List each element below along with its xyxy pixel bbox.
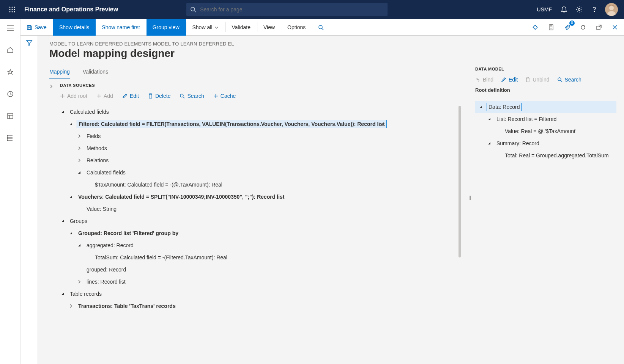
user-avatar[interactable] [605,3,618,16]
dm-node[interactable]: Value: Real = @.'$TaxAmount' [475,125,616,137]
column-splitter[interactable]: ‖ [468,36,472,364]
delete-button[interactable]: Delete [148,93,170,99]
dm-node[interactable]: Total: Real = Grouped.aggregated.TotalSu… [475,149,616,162]
nav-toggle-icon[interactable] [1,21,19,35]
nav-modules-icon[interactable] [1,131,19,145]
personalize-icon[interactable] [529,21,541,33]
search-icon [180,93,185,99]
nav-favorites-icon[interactable] [1,65,19,79]
svg-point-29 [7,138,8,139]
tree-node[interactable]: Fields [60,130,461,142]
svg-line-34 [322,28,323,30]
tree-node[interactable]: Vouchers: Calculated field = SPLIT("INV-… [60,191,461,203]
company-selector[interactable]: USMF [537,6,552,13]
unbind-button[interactable]: Unbind [525,77,549,83]
search-button[interactable]: Search [180,93,204,99]
plus-icon [213,94,218,99]
dm-node[interactable]: Summary: Record [475,137,616,149]
svg-point-7 [12,11,13,13]
show-name-first-button[interactable]: Show name first [96,19,146,36]
svg-point-11 [578,9,580,11]
trash-icon [148,93,153,99]
tree-node[interactable]: Table records [60,288,461,300]
page-options-icon[interactable] [545,21,557,33]
tree-node-filtered[interactable]: Filtered: Calculated field = FILTER(Tran… [60,118,461,130]
tree-node[interactable]: Methods [60,142,461,154]
show-details-button[interactable]: Show details [53,19,96,36]
dm-node[interactable]: List: Record list = Filtered [475,113,616,125]
tree-node[interactable]: TotalSum: Calculated field = -(Filtered.… [60,251,461,264]
tree-node[interactable]: aggregated: Record [60,239,461,251]
nav-home-icon[interactable] [1,43,19,57]
attachments-icon[interactable]: 0 [561,21,573,33]
data-model-header: DATA MODEL [475,67,616,71]
svg-point-46 [180,94,183,97]
search-button-dm[interactable]: Search [557,77,581,83]
nav-recent-icon[interactable] [1,87,19,101]
svg-point-1 [12,7,13,8]
pencil-icon [501,77,506,82]
bind-button[interactable]: Bind [475,77,493,83]
tree-node[interactable]: $TaxAmount: Calculated field = -(@.TaxAm… [60,179,461,191]
tree-node[interactable]: Calculated fields [60,106,461,118]
options-button[interactable]: Options [281,19,312,36]
svg-line-10 [194,11,196,12]
app-launcher-icon[interactable] [3,0,21,19]
show-all-dropdown[interactable]: Show all [186,19,225,36]
svg-point-50 [558,78,561,81]
tree-node[interactable]: Grouped: Record list 'Filtered' group by [60,227,461,239]
toolbar-search-icon[interactable] [312,19,330,36]
tree-node[interactable]: Calculated fields [60,166,461,179]
svg-point-28 [7,137,8,138]
nav-workspaces-icon[interactable] [1,109,19,123]
tree-node[interactable]: Transactions: Table 'TaxTrans' records [60,300,461,312]
edit-button-dm[interactable]: Edit [501,77,518,83]
help-icon[interactable] [587,0,602,19]
tree-node[interactable]: lines: Record list [60,276,461,288]
collapse-panel-icon[interactable] [49,85,60,88]
global-search[interactable] [186,3,388,16]
plus-icon [96,94,101,99]
search-icon [190,6,196,13]
trash-icon [525,77,530,82]
validate-button[interactable]: Validate [225,19,257,36]
save-button[interactable]: Save [20,19,53,36]
tree-node[interactable]: Groups [60,215,461,227]
page-title: Model mapping designer [49,47,461,60]
notifications-icon[interactable] [556,0,572,19]
filter-icon[interactable] [26,39,33,364]
tree-node[interactable]: Value: String [60,203,461,215]
app-title: Finance and Operations Preview [24,6,118,13]
svg-point-3 [9,9,11,10]
svg-rect-20 [8,113,13,119]
svg-point-5 [14,9,15,10]
global-search-input[interactable] [200,6,384,13]
svg-point-14 [609,6,614,10]
dm-node-data[interactable]: Data: Record [475,101,616,113]
edit-button[interactable]: Edit [122,93,139,99]
tab-mapping[interactable]: Mapping [49,69,70,78]
svg-point-0 [9,7,11,8]
divider [475,96,544,96]
svg-point-6 [9,11,11,13]
group-view-button[interactable]: Group view [147,19,186,36]
popout-icon[interactable] [593,21,605,33]
svg-rect-31 [28,25,30,27]
cache-button[interactable]: Cache [213,93,236,99]
svg-point-4 [12,9,13,10]
tree-node[interactable]: Relations [60,154,461,166]
root-definition-label: Root definition [475,87,616,93]
add-button[interactable]: Add [96,93,113,99]
svg-point-8 [14,11,15,13]
tree-node[interactable]: grouped: Record [60,264,461,276]
tree-scrollbar[interactable] [459,106,461,257]
view-button[interactable]: View [257,19,281,36]
search-icon [557,77,563,82]
close-icon[interactable] [609,21,621,33]
refresh-icon[interactable] [577,21,589,33]
svg-point-33 [319,25,322,29]
tab-validations[interactable]: Validations [83,69,108,78]
add-root-button[interactable]: Add root [60,93,87,99]
settings-icon[interactable] [572,0,587,19]
svg-point-27 [7,135,8,136]
